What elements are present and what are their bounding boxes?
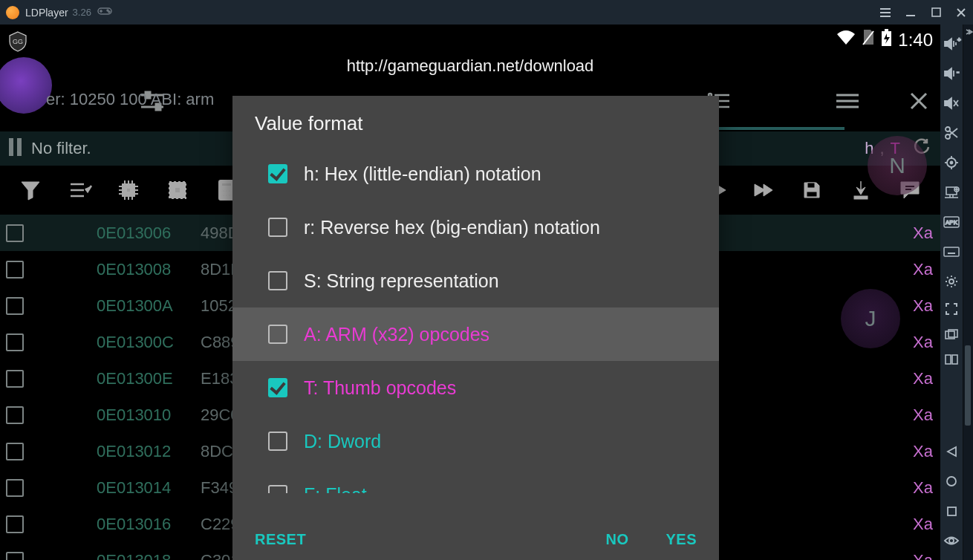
process-info: er: 10250 100 ABI: arm: [46, 90, 214, 109]
row-checkbox[interactable]: [6, 443, 24, 460]
format-option[interactable]: D: Dword: [232, 414, 719, 468]
volume-up-icon[interactable]: +: [940, 29, 963, 59]
maximize-button[interactable]: [928, 0, 943, 25]
collapse-chevron-icon[interactable]: [963, 25, 973, 39]
row-address: 0E013006: [97, 224, 201, 243]
row-checkbox[interactable]: [6, 479, 24, 497]
row-checkbox[interactable]: [6, 333, 24, 351]
svg-point-3: [107, 10, 108, 11]
svg-marker-112: [948, 447, 956, 456]
svg-rect-101: [944, 247, 959, 256]
format-option[interactable]: A: ARM (x32) opcodes: [232, 307, 719, 361]
row-address: 0E013012: [97, 442, 201, 461]
option-checkbox[interactable]: [268, 325, 287, 344]
option-checkbox[interactable]: [268, 218, 287, 237]
filter-funnel-icon[interactable]: [6, 166, 55, 215]
scissors-icon[interactable]: [940, 118, 963, 148]
minimize-button[interactable]: [903, 0, 918, 25]
back-triangle-icon[interactable]: [940, 437, 963, 466]
format-option[interactable]: T: Thumb opcodes: [232, 361, 719, 414]
option-checkbox[interactable]: [268, 432, 287, 451]
option-checkbox[interactable]: [268, 378, 287, 397]
format-option[interactable]: h: Hex (little-endian) notation: [232, 147, 719, 201]
format-option[interactable]: r: Reverse hex (big-endian) notation: [232, 201, 719, 254]
toolbar-collapse-strip[interactable]: [963, 25, 973, 560]
svg-rect-9: [932, 8, 940, 16]
row-region: Xa: [913, 260, 933, 279]
dialog-title: Value format: [232, 96, 719, 147]
row-value: 1052: [201, 296, 237, 316]
row-address: 0E013010: [97, 406, 201, 425]
yes-button[interactable]: YES: [666, 531, 697, 548]
svg-rect-54: [221, 183, 232, 186]
value-format-dialog: Value format h: Hex (little-endian) nota…: [232, 96, 719, 560]
option-label: S: String representation: [304, 270, 499, 292]
svg-marker-76: [945, 68, 951, 79]
apk-install-icon[interactable]: APK: [940, 207, 963, 237]
location-icon[interactable]: [940, 148, 963, 178]
svg-rect-32: [9, 138, 13, 156]
hamburger-icon[interactable]: [835, 88, 860, 114]
row-checkbox[interactable]: [6, 515, 24, 533]
scrollbar-thumb[interactable]: [965, 345, 971, 426]
multi-window-icon[interactable]: [940, 322, 963, 347]
window-title-bar: LDPlayer 3.26: [0, 0, 973, 25]
multiplayer-icon[interactable]: [940, 347, 963, 372]
android-status-bar: 1:40: [0, 25, 940, 56]
ldplayer-logo-icon: [6, 6, 19, 19]
format-option[interactable]: F: Float: [232, 468, 719, 493]
save-icon[interactable]: [787, 166, 836, 215]
no-button[interactable]: NO: [605, 531, 628, 548]
option-checkbox[interactable]: [268, 271, 287, 290]
row-region: Xa: [913, 224, 933, 243]
reset-button[interactable]: RESET: [255, 531, 306, 548]
svg-rect-38: [126, 188, 131, 192]
close-button[interactable]: [954, 0, 969, 25]
pause-icon[interactable]: [7, 137, 24, 160]
my-computer-icon[interactable]: [940, 178, 963, 207]
row-checkbox[interactable]: [6, 370, 24, 388]
checklist-icon[interactable]: [55, 166, 104, 215]
svg-rect-67: [807, 192, 817, 197]
row-address: 0E01300A: [97, 296, 201, 316]
active-tab-indicator: [718, 127, 845, 130]
mute-icon[interactable]: [940, 88, 963, 118]
close-panel-icon[interactable]: [906, 88, 931, 114]
row-address: 0E013016: [97, 515, 201, 534]
svg-point-115: [949, 538, 954, 543]
recents-square-icon[interactable]: [940, 496, 963, 526]
header-actions: [706, 88, 931, 114]
option-label: h: Hex (little-endian) notation: [304, 163, 541, 185]
keyboard-mapping-icon[interactable]: [940, 237, 963, 267]
row-address: 0E013008: [97, 260, 201, 279]
svg-marker-79: [945, 98, 951, 108]
fullscreen-icon[interactable]: [940, 296, 963, 322]
select-region-icon[interactable]: [153, 166, 202, 215]
home-circle-icon[interactable]: [940, 466, 963, 496]
svg-marker-63: [718, 186, 726, 195]
row-checkbox[interactable]: [6, 224, 24, 242]
filter-text[interactable]: No filter.: [31, 139, 91, 158]
gameguardian-icon[interactable]: GG: [7, 31, 28, 52]
row-region: Xa: [913, 515, 933, 534]
next-arrow-icon[interactable]: [738, 166, 787, 215]
row-checkbox[interactable]: [6, 261, 24, 279]
row-region: Xa: [913, 442, 933, 461]
floating-badge-j[interactable]: J: [841, 289, 900, 348]
cpu-icon[interactable]: [104, 166, 153, 215]
option-checkbox[interactable]: [268, 485, 287, 493]
svg-point-55: [223, 190, 225, 192]
row-region: Xa: [913, 296, 933, 316]
svg-rect-52: [175, 188, 180, 192]
svg-marker-72: [945, 39, 951, 49]
settings-gear-icon[interactable]: [940, 267, 963, 296]
svg-rect-111: [952, 355, 957, 364]
row-checkbox[interactable]: [6, 297, 24, 315]
floating-badge-n[interactable]: N: [868, 136, 927, 195]
volume-down-icon[interactable]: -: [940, 59, 963, 88]
format-option[interactable]: S: String representation: [232, 254, 719, 307]
menu-button[interactable]: [878, 0, 893, 25]
eye-icon[interactable]: [940, 526, 963, 556]
option-checkbox[interactable]: [268, 164, 287, 183]
row-checkbox[interactable]: [6, 406, 24, 424]
